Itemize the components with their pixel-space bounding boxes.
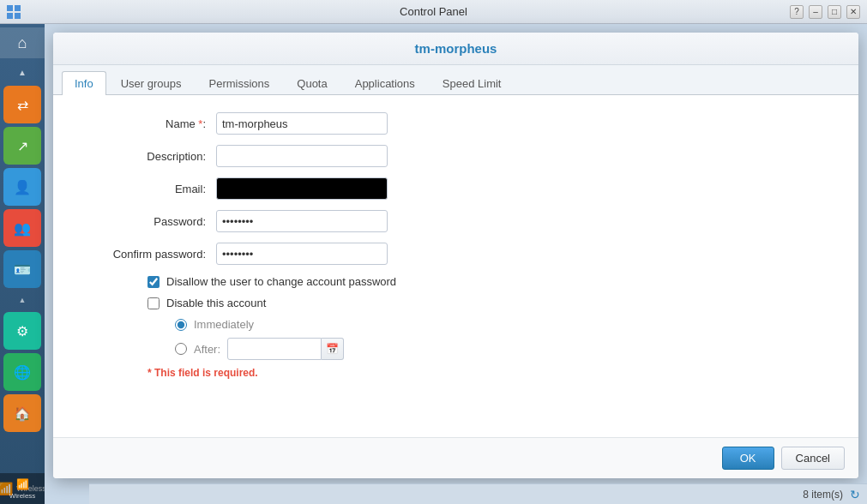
main-layout: ⌂ ▲ ⇄ ↗ 👤 👥 🪪 ▲ ⚙ 🌐 🏠 — [0, 24, 867, 504]
chevron-up-icon-mid: ▲ — [19, 296, 27, 304]
email-row: Email: — [79, 177, 833, 200]
tab-user-groups[interactable]: User groups — [108, 71, 195, 95]
after-label[interactable]: After: — [194, 343, 220, 356]
help-button[interactable]: ? — [790, 5, 804, 19]
description-row: Description: — [79, 145, 833, 167]
sidebar-item-identity[interactable]: 🪪 — [3, 250, 41, 288]
app-icon-sidebar: ⚙ — [16, 323, 28, 339]
description-input[interactable] — [216, 145, 388, 167]
sidebar-item-user[interactable]: 👤 — [3, 168, 41, 206]
sidebar-home-button[interactable]: ⌂ — [0, 27, 45, 58]
tab-applications[interactable]: Applications — [342, 71, 428, 95]
tabs: Info User groups Permissions Quota Appli… — [53, 65, 858, 95]
radio-section: Immediately After: 📅 — [79, 318, 833, 360]
svg-rect-2 — [7, 13, 13, 19]
dialog-footer: OK Cancel — [53, 437, 858, 478]
shared-folder-icon: ⇄ — [17, 97, 28, 113]
after-row: After: 📅 — [175, 338, 833, 360]
sidebar-item-app[interactable]: ⚙ — [3, 312, 41, 350]
confirm-password-label: Confirm password: — [79, 248, 216, 261]
title-bar: Control Panel ? – □ ✕ — [0, 0, 867, 24]
form-area: Name *: Description: Email: Password: — [53, 95, 858, 437]
date-input-wrapper: 📅 — [227, 338, 344, 360]
confirm-password-row: Confirm password: — [79, 243, 833, 265]
email-label: Email: — [79, 183, 216, 195]
dialog: tm-morpheus Info User groups Permissions… — [53, 33, 858, 478]
calendar-icon: 📅 — [326, 343, 339, 355]
identity-icon: 🪪 — [14, 261, 31, 278]
sidebar-item-home[interactable]: 🏠 — [3, 394, 41, 432]
sidebar-section-collapse-mid[interactable]: ▲ — [0, 291, 45, 309]
user-icon: 👤 — [14, 179, 31, 195]
sidebar-collapse-top[interactable]: ▲ — [0, 62, 45, 82]
minimize-button[interactable]: – — [809, 5, 822, 19]
sidebar-item-network[interactable]: 🌐 — [3, 353, 41, 391]
name-label: Name *: — [79, 117, 216, 130]
sidebar-item-migration[interactable]: ↗ — [3, 127, 41, 165]
tab-permissions[interactable]: Permissions — [196, 71, 283, 95]
status-bar: 8 item(s) ↻ — [89, 483, 867, 504]
wireless-section: 📶 Wireless — [0, 473, 45, 504]
immediately-row: Immediately — [175, 318, 833, 331]
tab-quota[interactable]: Quota — [284, 71, 340, 95]
window-controls[interactable]: ? – □ ✕ — [790, 5, 860, 19]
password-label: Password: — [79, 215, 216, 228]
after-radio[interactable] — [175, 343, 187, 355]
wifi-icon-bottom: 📶 — [16, 478, 29, 490]
disable-account-row: Disable this account — [148, 297, 833, 309]
sidebar-item-group[interactable]: 👥 — [3, 209, 41, 247]
email-input[interactable] — [216, 177, 388, 200]
globe-icon: 🌐 — [14, 364, 31, 381]
tab-speed-limit[interactable]: Speed Limit — [430, 71, 515, 95]
sidebar: ⌂ ▲ ⇄ ↗ 👤 👥 🪪 ▲ ⚙ 🌐 🏠 — [0, 24, 45, 504]
window-title: Control Panel — [400, 5, 467, 18]
disable-account-checkbox[interactable] — [148, 297, 160, 309]
date-input[interactable] — [227, 338, 322, 360]
wireless-text: Wireless — [9, 492, 36, 500]
refresh-button[interactable]: ↻ — [850, 488, 860, 501]
description-label: Description: — [79, 150, 216, 163]
ok-button[interactable]: OK — [722, 447, 774, 470]
migration-icon: ↗ — [17, 138, 28, 154]
content-area: tm-morpheus Info User groups Permissions… — [45, 24, 867, 504]
disallow-change-checkbox[interactable] — [148, 276, 160, 288]
svg-rect-3 — [15, 13, 21, 19]
required-message: * This field is required. — [79, 367, 833, 379]
disallow-change-row: Disallow the user to change account pass… — [148, 275, 833, 288]
disallow-change-section: Disallow the user to change account pass… — [79, 275, 833, 309]
confirm-password-input[interactable] — [216, 243, 388, 265]
group-icon: 👥 — [14, 220, 31, 237]
home-icon: ⌂ — [18, 34, 27, 52]
name-row: Name *: — [79, 112, 833, 135]
immediately-radio[interactable] — [175, 319, 187, 331]
dialog-title: tm-morpheus — [53, 33, 858, 65]
sidebar-item-shared-folder[interactable]: ⇄ — [3, 86, 41, 123]
maximize-button[interactable]: □ — [828, 5, 841, 19]
name-input[interactable] — [216, 112, 388, 135]
svg-rect-0 — [7, 5, 13, 11]
items-count: 8 item(s) — [803, 489, 843, 501]
tab-info[interactable]: Info — [62, 71, 106, 95]
immediately-label[interactable]: Immediately — [194, 318, 254, 331]
password-input[interactable] — [216, 210, 388, 232]
date-picker-button[interactable]: 📅 — [322, 338, 344, 360]
disable-account-label[interactable]: Disable this account — [166, 297, 266, 309]
password-row: Password: — [79, 210, 833, 232]
svg-rect-1 — [15, 5, 21, 11]
cancel-button[interactable]: Cancel — [781, 447, 845, 470]
disallow-change-label[interactable]: Disallow the user to change account pass… — [166, 275, 396, 288]
close-button[interactable]: ✕ — [846, 5, 860, 19]
chevron-up-icon: ▲ — [18, 68, 27, 77]
app-icon — [7, 5, 21, 19]
house-icon: 🏠 — [14, 405, 31, 422]
